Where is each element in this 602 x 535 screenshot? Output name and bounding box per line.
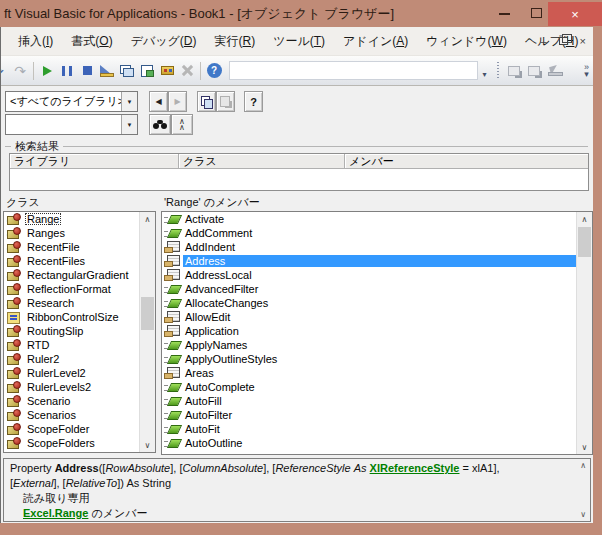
member-list-item[interactable]: AutoFit	[162, 422, 592, 436]
menu-item[interactable]: ウィンドウ(W)	[417, 28, 516, 55]
member-list-item[interactable]: AddIndent	[162, 240, 592, 254]
binoculars-icon	[153, 120, 168, 130]
scrollbar-thumb[interactable]	[578, 227, 591, 257]
help-icon[interactable]	[204, 61, 224, 81]
scroll-down-icon[interactable]: ∨	[577, 440, 592, 454]
class-list-item[interactable]: Ruler2	[4, 352, 155, 366]
member-name: AddIndent	[183, 241, 237, 253]
toolbar-overflow-icon[interactable]: »▾	[584, 64, 589, 78]
member-list-item[interactable]: AdvancedFilter	[162, 282, 592, 296]
member-list-item[interactable]: AutoFilter	[162, 408, 592, 422]
break-icon[interactable]	[57, 61, 77, 81]
toolbox-icon[interactable]	[157, 61, 177, 81]
property-icon	[164, 241, 180, 253]
member-name: AutoComplete	[183, 381, 257, 393]
scroll-up-icon[interactable]: ∧	[140, 212, 155, 226]
scroll-down-icon[interactable]: ∨	[140, 438, 155, 452]
class-list-item[interactable]: ReflectionFormat	[4, 282, 155, 296]
copy-button[interactable]	[197, 91, 216, 112]
member-list-item[interactable]: AutoComplete	[162, 380, 592, 394]
class-list-item[interactable]: RibbonControlSize	[4, 310, 155, 324]
search-button[interactable]	[149, 114, 171, 135]
reset-icon[interactable]	[77, 61, 97, 81]
detail-text: Address	[55, 462, 99, 474]
class-list-item[interactable]: RulerLevel2	[4, 366, 155, 380]
member-list-item[interactable]: Activate	[162, 212, 592, 226]
class-list-item[interactable]: ScopeFolders	[4, 436, 155, 450]
member-list-item[interactable]: AutoOutline	[162, 436, 592, 450]
library-combo[interactable]: <すべてのライブラリ> ▼	[5, 91, 138, 112]
menu-item[interactable]: ツール(T)	[264, 28, 334, 55]
member-list: ActivateAddCommentAddIndentAddressAddres…	[161, 211, 593, 455]
toolbar-grip[interactable]	[497, 62, 499, 80]
run-icon[interactable]	[37, 61, 57, 81]
menu-item[interactable]: 実行(R)	[205, 28, 264, 55]
scroll-up-icon[interactable]: ∧	[577, 212, 592, 226]
class-list-scrollbar[interactable]: ∧ ∨	[139, 212, 155, 452]
class-list-item[interactable]: Range	[4, 212, 155, 226]
redo-icon	[10, 61, 30, 81]
member-list-item[interactable]: Areas	[162, 366, 592, 380]
method-icon	[164, 213, 180, 225]
menu-item[interactable]: 書式(O)	[62, 28, 121, 55]
class-icon	[6, 381, 22, 393]
detail-text: As	[354, 462, 367, 474]
member-list-item[interactable]: Address	[162, 254, 592, 268]
vba-object-browser-window: ft Visual Basic for Applications - Book1…	[0, 0, 602, 535]
member-list-item[interactable]: ApplyOutlineStyles	[162, 352, 592, 366]
member-list-scrollbar[interactable]: ∧ ∨	[576, 212, 592, 454]
property-icon	[164, 325, 180, 337]
class-list-item[interactable]: ScopeFolder	[4, 422, 155, 436]
search-combo[interactable]: ▼	[5, 114, 138, 135]
chevron-down-icon[interactable]: ▼	[121, 115, 137, 134]
property-icon	[164, 311, 180, 323]
toolbar-options-icon[interactable]: ▾	[478, 61, 491, 81]
help-button[interactable]: ?	[244, 91, 263, 112]
hide-search-results-button[interactable]: ∧∧	[171, 114, 193, 135]
scrollbar-thumb[interactable]	[141, 297, 154, 330]
detail-text: RelativeTo	[66, 477, 118, 489]
detail-text: ], [	[170, 462, 182, 474]
go-forward-button: ▶	[168, 91, 187, 112]
mdi-close-icon[interactable]: ×	[580, 36, 586, 46]
mdi-restore-icon[interactable]	[559, 37, 568, 45]
properties-window-icon[interactable]	[137, 61, 157, 81]
toolbar-input[interactable]	[229, 61, 478, 80]
class-list-item[interactable]: RectangularGradient	[4, 268, 155, 282]
class-list-item[interactable]: RulerLevels2	[4, 380, 155, 394]
minimize-icon[interactable]	[499, 13, 510, 15]
menubar: 挿入(I)書式(O)デバッグ(D)実行(R)ツール(T)アドイン(A)ウィンドウ…	[1, 27, 602, 55]
chevron-up-icon: ∧∧	[179, 119, 185, 131]
definition-link[interactable]: Excel.Range	[23, 507, 88, 519]
class-list-item[interactable]: RTD	[4, 338, 155, 352]
member-list-item[interactable]: AddressLocal	[162, 268, 592, 282]
menu-item[interactable]: デバッグ(D)	[122, 28, 206, 55]
project-explorer-icon[interactable]	[117, 61, 137, 81]
member-list-item[interactable]: AutoFill	[162, 394, 592, 408]
chevron-down-icon[interactable]: ▼	[121, 92, 137, 111]
class-list-item[interactable]: Ranges	[4, 226, 155, 240]
class-list-item[interactable]: RoutingSlip	[4, 324, 155, 338]
design-mode-icon[interactable]	[97, 61, 117, 81]
detail-scroll-up-icon[interactable]: ∧	[580, 461, 586, 470]
class-list-item[interactable]: Research	[4, 296, 155, 310]
go-back-button[interactable]: ◀	[149, 91, 168, 112]
class-list-item[interactable]: Scenarios	[4, 408, 155, 422]
undo-icon[interactable]	[1, 61, 10, 81]
mdi-minimize-icon[interactable]: –	[540, 36, 546, 46]
class-list-item[interactable]: RecentFiles	[4, 254, 155, 268]
member-list-item[interactable]: ApplyNames	[162, 338, 592, 352]
menu-item[interactable]: 挿入(I)	[9, 28, 62, 55]
menu-item[interactable]: アドイン(A)	[334, 28, 417, 55]
member-list-item[interactable]: AddComment	[162, 226, 592, 240]
member-list-item[interactable]: AllocateChanges	[162, 296, 592, 310]
class-list-item[interactable]: RecentFile	[4, 240, 155, 254]
detail-scroll-down-icon[interactable]: ∨	[580, 510, 586, 519]
member-name: AutoOutline	[183, 437, 244, 449]
maximize-icon[interactable]	[531, 8, 542, 18]
member-list-item[interactable]: AllowEdit	[162, 310, 592, 324]
definition-link[interactable]: XlReferenceStyle	[370, 462, 460, 474]
class-list-item[interactable]: Scenario	[4, 394, 155, 408]
member-list-item[interactable]: Application	[162, 324, 592, 338]
close-button[interactable]: ×	[548, 2, 602, 26]
